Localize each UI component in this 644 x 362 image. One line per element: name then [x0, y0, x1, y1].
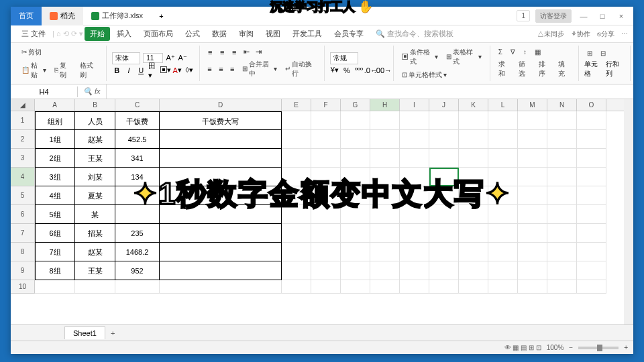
- cell[interactable]: 1468.2: [115, 243, 160, 261]
- menu-view[interactable]: 视图: [260, 27, 286, 41]
- cell[interactable]: [547, 280, 577, 294]
- cell[interactable]: 2组: [35, 149, 75, 168]
- cell[interactable]: [577, 224, 606, 243]
- col-K[interactable]: K: [459, 99, 488, 111]
- cell[interactable]: 某: [75, 205, 115, 224]
- underline-button[interactable]: U: [136, 66, 146, 75]
- cell[interactable]: 952: [115, 261, 160, 280]
- row-header[interactable]: 5: [11, 186, 35, 205]
- col-A[interactable]: A: [35, 99, 75, 111]
- cell[interactable]: [577, 205, 606, 224]
- cell[interactable]: [429, 243, 459, 261]
- cell[interactable]: 8组: [35, 261, 75, 280]
- col-F[interactable]: F: [311, 99, 341, 111]
- cell[interactable]: [429, 130, 459, 149]
- more-icon[interactable]: ⋯: [621, 29, 628, 39]
- align-bot[interactable]: ≡: [229, 48, 239, 57]
- cell[interactable]: [518, 149, 547, 168]
- cell[interactable]: [547, 130, 577, 149]
- percent[interactable]: %: [342, 66, 352, 75]
- cell[interactable]: [429, 149, 459, 168]
- cell[interactable]: 招某: [75, 224, 115, 243]
- cell[interactable]: [282, 261, 311, 280]
- cell[interactable]: [459, 111, 488, 130]
- cell[interactable]: [160, 130, 282, 149]
- col-J[interactable]: J: [429, 99, 459, 111]
- cell[interactable]: [400, 224, 429, 243]
- cell[interactable]: 452.5: [115, 130, 160, 149]
- cell[interactable]: [341, 149, 370, 168]
- cell[interactable]: [518, 130, 547, 149]
- cell[interactable]: 夏某: [75, 186, 115, 205]
- italic-button[interactable]: I: [124, 66, 133, 75]
- cell[interactable]: [311, 261, 341, 280]
- cell[interactable]: [577, 149, 606, 168]
- col-C[interactable]: C: [115, 99, 160, 111]
- cell[interactable]: [400, 280, 429, 294]
- filter-button[interactable]: ∇: [508, 47, 518, 57]
- align-top[interactable]: ≡: [205, 48, 215, 57]
- cell[interactable]: [370, 111, 400, 130]
- formula-input[interactable]: [106, 84, 633, 99]
- row-header[interactable]: 10: [11, 280, 35, 294]
- cell[interactable]: 人员: [75, 111, 115, 130]
- rowcol-button[interactable]: ⊟: [598, 48, 608, 58]
- cell[interactable]: [577, 168, 606, 186]
- cell[interactable]: 6组: [35, 224, 75, 243]
- spreadsheet-grid[interactable]: ◢ A B C D E F G H I J K L M N O 1 组别 人员 …: [11, 99, 633, 347]
- border-button[interactable]: 田▾: [148, 66, 158, 75]
- cell[interactable]: 341: [115, 149, 160, 168]
- shrink-font[interactable]: A⁻: [178, 54, 187, 63]
- cell[interactable]: [282, 224, 311, 243]
- col-N[interactable]: N: [547, 99, 577, 111]
- cell[interactable]: [488, 130, 518, 149]
- row-header[interactable]: 4: [11, 168, 35, 186]
- cell[interactable]: [341, 224, 370, 243]
- cell[interactable]: [518, 261, 547, 280]
- cell[interactable]: [547, 224, 577, 243]
- zoom-in[interactable]: +: [624, 344, 628, 351]
- sum-button[interactable]: Σ: [496, 47, 505, 57]
- cell[interactable]: 刘某: [75, 168, 115, 186]
- menu-review[interactable]: 审阅: [233, 27, 259, 41]
- grow-font[interactable]: A⁺: [166, 54, 175, 63]
- cell[interactable]: [282, 280, 311, 294]
- cell[interactable]: [429, 261, 459, 280]
- cell[interactable]: [547, 168, 577, 186]
- merge-button[interactable]: ⊞合并居中▾: [239, 58, 280, 80]
- cell[interactable]: [311, 111, 341, 130]
- cell[interactable]: [160, 224, 282, 243]
- cell[interactable]: [547, 261, 577, 280]
- col-G[interactable]: G: [341, 99, 370, 111]
- menu-dev[interactable]: 开发工具: [287, 27, 327, 41]
- minimize-button[interactable]: —: [577, 12, 590, 20]
- indent-dec[interactable]: ⇤: [241, 48, 251, 57]
- cell[interactable]: [518, 205, 547, 224]
- cell[interactable]: [577, 243, 606, 261]
- cell[interactable]: [577, 186, 606, 205]
- zoom-slider[interactable]: [578, 347, 619, 349]
- dec-decimal[interactable]: .00→: [378, 66, 388, 75]
- cell-button[interactable]: ⊞: [584, 48, 595, 58]
- cell[interactable]: [518, 224, 547, 243]
- cond-format[interactable]: 🞕条件格式▾: [399, 46, 441, 68]
- zoom-out[interactable]: −: [569, 344, 573, 351]
- cell[interactable]: [370, 243, 400, 261]
- tab-add[interactable]: +: [151, 7, 171, 25]
- cell[interactable]: [577, 280, 606, 294]
- cell[interactable]: [370, 261, 400, 280]
- add-sheet[interactable]: +: [105, 327, 120, 339]
- copy-button[interactable]: ⎘复制: [52, 60, 74, 81]
- cell[interactable]: [488, 280, 518, 294]
- cell[interactable]: 5组: [35, 205, 75, 224]
- cell[interactable]: [488, 111, 518, 130]
- login-button[interactable]: 访客登录: [535, 9, 572, 23]
- cell[interactable]: [341, 111, 370, 130]
- share-button[interactable]: ⎋分享: [597, 29, 614, 39]
- sort-button[interactable]: ↕: [521, 47, 529, 57]
- cell[interactable]: [429, 280, 459, 294]
- row-header[interactable]: 9: [11, 261, 35, 280]
- cell[interactable]: [547, 111, 577, 130]
- menu-insert[interactable]: 插入: [111, 27, 137, 41]
- cell[interactable]: [160, 280, 282, 294]
